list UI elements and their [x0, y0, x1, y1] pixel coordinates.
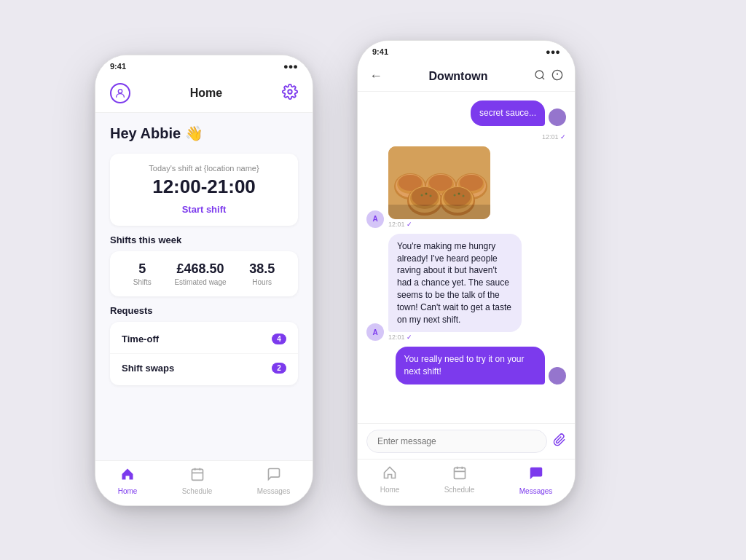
timeoff-row[interactable]: Time-off 4: [110, 325, 298, 354]
phone-left: 9:41 ●●● Home: [95, 55, 313, 506]
profile-icon[interactable]: [110, 83, 130, 103]
stat-wage: £468.50 Estimated wage: [174, 261, 226, 286]
chat-header: ← Downtown: [358, 63, 575, 92]
home-content: Hey Abbie 👋 Today's shift at {location n…: [95, 113, 313, 460]
home-icon: [120, 467, 135, 485]
svg-line-7: [542, 77, 544, 79]
msg-received-row: A You're making me hungry already! I've …: [366, 234, 566, 342]
requests-section-title: Requests: [110, 305, 298, 316]
svg-point-35: [454, 194, 456, 196]
shiftswaps-label: Shift swaps: [122, 363, 174, 374]
chat-status-icons: ●●●: [546, 47, 560, 56]
stat-shifts: 5 Shifts: [133, 261, 152, 286]
nav-schedule[interactable]: Schedule: [182, 467, 213, 495]
right-messages-icon: [528, 465, 544, 485]
msg-received-col: You're making me hungry already! I've he…: [388, 234, 566, 342]
message-input[interactable]: [366, 430, 547, 453]
chat-screen: 9:41 ●●● ← Downtown secret sauce: [358, 41, 575, 505]
search-icon[interactable]: [534, 69, 546, 84]
chat-title: Downtown: [388, 70, 528, 83]
msg-image-row: A: [366, 146, 566, 228]
stats-card: 5 Shifts £468.50 Estimated wage 38.5 Hou…: [110, 251, 298, 296]
msg-text-try: You really need to try it on your next s…: [404, 354, 525, 376]
nav-schedule-label: Schedule: [182, 487, 213, 495]
shifts-section: Shifts this week 5 Shifts £468.50 Estima…: [110, 234, 298, 296]
back-button[interactable]: ←: [369, 68, 382, 84]
msg-bubble-try: You really need to try it on your next s…: [396, 347, 546, 384]
stat-hours: 38.5 Hours: [249, 261, 275, 286]
msg-sent-sauce: secret sauce...: [366, 100, 566, 126]
status-time: 9:41: [110, 62, 126, 71]
shift-label: Today's shift at {location name}: [122, 164, 286, 173]
status-bar-right: 9:41 ●●●: [358, 41, 575, 63]
right-home-icon: [382, 465, 397, 484]
nav-right-home-label: Home: [380, 486, 400, 494]
msg-sent-try: You really need to try it on your next s…: [366, 347, 566, 384]
shiftswaps-row[interactable]: Shift swaps 2: [110, 354, 298, 382]
svg-rect-38: [388, 205, 490, 219]
svg-point-37: [463, 194, 465, 197]
timeoff-badge: 4: [272, 334, 286, 344]
shifts-section-title: Shifts this week: [110, 234, 298, 245]
msg-text-sauce: secret sauce...: [479, 108, 536, 118]
svg-point-29: [425, 192, 428, 194]
chat-input-row: [358, 423, 575, 459]
phone-right: 9:41 ●●● ← Downtown secret sauce: [357, 40, 576, 506]
start-shift-button[interactable]: Start shift: [182, 204, 227, 215]
chat-messages: secret sauce... 12:01 ✓ A: [358, 92, 575, 423]
msg-text-hungry: You're making me hungry already! I've he…: [397, 241, 511, 325]
stat-shifts-value: 5: [133, 261, 152, 277]
bottom-nav-left: Home Schedule Messages: [95, 460, 313, 505]
avatar-sender: [549, 109, 566, 126]
home-screen: 9:41 ●●● Home: [95, 55, 313, 505]
info-icon[interactable]: [551, 69, 563, 84]
msg-time-image: 12:01 ✓: [388, 221, 490, 228]
svg-point-6: [535, 71, 543, 79]
svg-rect-2: [192, 469, 203, 480]
food-image-container: [388, 146, 490, 219]
svg-point-1: [288, 90, 292, 94]
msg-food-image: 12:01 ✓: [388, 146, 490, 228]
svg-rect-39: [454, 468, 465, 478]
requests-section: Requests Time-off 4 Shift swaps 2: [110, 305, 298, 385]
nav-right-messages-label: Messages: [519, 487, 553, 495]
svg-point-36: [458, 192, 460, 194]
messages-icon: [267, 467, 281, 485]
nav-messages[interactable]: Messages: [257, 467, 291, 495]
msg-time-hungry: 12:01 ✓: [388, 334, 566, 341]
avatar-receiver: A: [366, 210, 384, 228]
right-schedule-icon: [452, 465, 467, 484]
avatar-receiver-2: A: [366, 323, 384, 341]
svg-point-30: [430, 194, 432, 197]
timeoff-label: Time-off: [122, 334, 159, 344]
stat-shifts-label: Shifts: [133, 278, 152, 286]
svg-point-0: [118, 90, 122, 93]
nav-home[interactable]: Home: [118, 467, 138, 495]
stat-hours-label: Hours: [249, 278, 275, 286]
nav-right-home[interactable]: Home: [380, 465, 400, 495]
shift-card: Today's shift at {location name} 12:00-2…: [110, 154, 298, 226]
page-title: Home: [190, 87, 222, 100]
nav-right-schedule[interactable]: Schedule: [444, 465, 475, 495]
gear-icon[interactable]: [282, 84, 298, 103]
avatar-sender-2: [549, 367, 566, 384]
svg-point-34: [444, 187, 471, 206]
shiftswaps-badge: 2: [272, 363, 286, 374]
nav-right-messages[interactable]: Messages: [519, 465, 553, 495]
attach-icon[interactable]: [553, 433, 566, 450]
msg-bubble-hungry: You're making me hungry already! I've he…: [388, 234, 522, 333]
stat-wage-value: £468.50: [174, 261, 226, 277]
stat-hours-value: 38.5: [249, 261, 275, 277]
shift-time: 12:00-21:00: [122, 176, 286, 198]
svg-point-27: [412, 187, 438, 206]
svg-point-28: [421, 194, 423, 196]
status-bar-left: 9:41 ●●●: [95, 55, 313, 77]
app-header-left: Home: [95, 77, 313, 113]
greeting-text: Hey Abbie 👋: [110, 125, 298, 142]
scene: 9:41 ●●● Home: [0, 0, 746, 560]
msg-time-sauce: 12:01 ✓: [366, 133, 566, 141]
nav-right-schedule-label: Schedule: [444, 486, 475, 494]
status-icons: ●●●: [283, 62, 298, 71]
nav-home-label: Home: [118, 487, 138, 495]
bottom-nav-right: Home Schedule Messages: [358, 459, 575, 505]
